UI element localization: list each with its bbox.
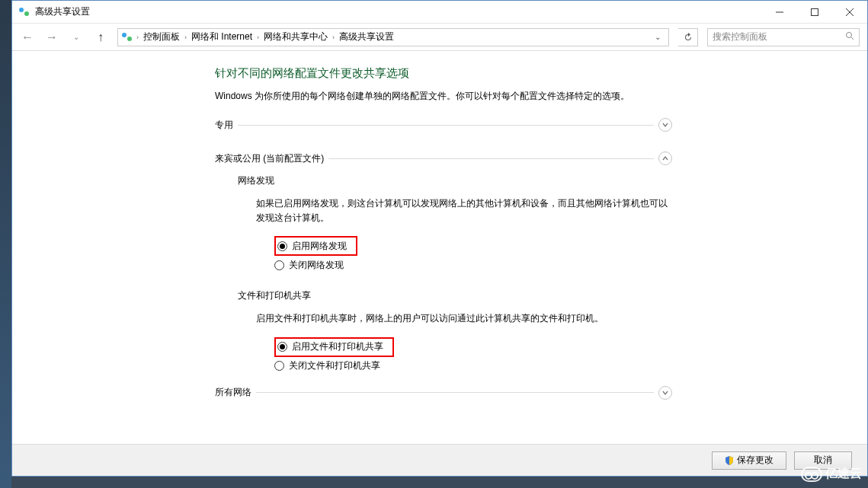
file-share-label: 文件和打印机共享 <box>238 289 672 302</box>
breadcrumb-separator: › <box>184 33 187 41</box>
window-title: 高级共享设置 <box>35 5 90 18</box>
watermark: 亿速云 <box>801 466 862 482</box>
search-placeholder: 搜索控制面板 <box>713 30 767 43</box>
save-button-label: 保存更改 <box>737 454 774 467</box>
page-title: 针对不同的网络配置文件更改共享选项 <box>215 66 672 81</box>
navigation-bar: ← → ⌄ ↑ › 控制面板 › 网络和 Internet › 网络和共享中心 … <box>12 24 867 51</box>
refresh-icon <box>684 33 693 42</box>
radio-icon <box>277 241 287 251</box>
breadcrumb-separator: › <box>257 33 259 41</box>
svg-line-9 <box>851 37 854 40</box>
file-share-desc: 启用文件和打印机共享时，网络上的用户可以访问通过此计算机共享的文件和打印机。 <box>256 311 672 326</box>
svg-point-7 <box>127 37 132 41</box>
breadcrumb-item[interactable]: 控制面板 <box>142 30 181 43</box>
section-guest-header[interactable]: 来宾或公用 (当前配置文件) <box>215 152 672 165</box>
section-label: 所有网络 <box>215 386 251 399</box>
radio-label: 启用网络发现 <box>292 240 347 253</box>
watermark-text: 亿速云 <box>825 466 862 482</box>
section-label: 来宾或公用 (当前配置文件) <box>215 152 324 165</box>
desktop-background-edge <box>0 0 11 488</box>
highlight-box: 启用文件和打印机共享 <box>274 337 394 357</box>
section-label: 专用 <box>215 119 233 132</box>
cancel-button-label: 取消 <box>814 454 832 467</box>
explorer-window: 高级共享设置 ← → ⌄ ↑ › 控制面板 › 网络和 I <box>11 0 868 477</box>
footer-bar: 保存更改 取消 <box>12 444 867 476</box>
save-button[interactable]: 保存更改 <box>712 451 786 470</box>
window-controls <box>762 1 867 24</box>
chevron-up-icon <box>658 152 672 165</box>
close-button[interactable] <box>832 1 867 24</box>
section-private-header[interactable]: 专用 <box>215 118 672 132</box>
minimize-button[interactable] <box>762 1 797 24</box>
shield-icon <box>725 456 734 465</box>
breadcrumb-item[interactable]: 高级共享设置 <box>338 30 396 43</box>
radio-icon <box>274 361 284 371</box>
breadcrumb-item[interactable]: 网络和 Internet <box>190 30 254 43</box>
content-area: 针对不同的网络配置文件更改共享选项 Windows 为你所使用的每个网络创建单独… <box>12 51 867 444</box>
breadcrumb-separator: › <box>332 33 335 41</box>
forward-button[interactable]: → <box>44 30 59 44</box>
radio-enable-network-discovery[interactable]: 启用网络发现 <box>277 238 347 254</box>
radio-icon <box>274 260 284 270</box>
search-input[interactable]: 搜索控制面板 <box>707 28 860 46</box>
svg-rect-3 <box>812 8 818 15</box>
section-all-header[interactable]: 所有网络 <box>215 386 672 400</box>
page-subtitle: Windows 为你所使用的每个网络创建单独的网络配置文件。你可以针对每个配置文… <box>215 90 672 103</box>
breadcrumb-separator: › <box>136 33 139 41</box>
network-sharing-icon <box>18 6 30 18</box>
radio-label: 关闭文件和打印机共享 <box>289 359 380 372</box>
radio-enable-file-share[interactable]: 启用文件和打印机共享 <box>277 340 383 355</box>
up-button[interactable]: ↑ <box>93 30 108 44</box>
chevron-down-icon <box>658 118 672 132</box>
refresh-button[interactable] <box>678 28 698 46</box>
address-bar[interactable]: › 控制面板 › 网络和 Internet › 网络和共享中心 › 高级共享设置… <box>117 28 669 46</box>
svg-point-6 <box>122 33 127 37</box>
radio-label: 关闭网络发现 <box>289 259 344 272</box>
network-discovery-label: 网络发现 <box>238 174 672 187</box>
svg-point-0 <box>19 8 24 12</box>
titlebar: 高级共享设置 <box>12 1 867 24</box>
highlight-box: 启用网络发现 <box>274 236 357 256</box>
breadcrumb-item[interactable]: 网络和共享中心 <box>262 30 329 43</box>
search-icon <box>845 31 854 43</box>
maximize-button[interactable] <box>797 1 832 24</box>
network-discovery-desc: 如果已启用网络发现，则这台计算机可以发现网络上的其他计算机和设备，而且其他网络计… <box>256 196 672 225</box>
network-sharing-icon <box>121 31 133 43</box>
radio-icon <box>277 342 287 352</box>
recent-dropdown[interactable]: ⌄ <box>69 33 84 41</box>
section-guest-body: 网络发现 如果已启用网络发现，则这台计算机可以发现网络上的其他计算机和设备，而且… <box>238 174 672 374</box>
svg-point-1 <box>24 11 29 16</box>
radio-label: 启用文件和打印机共享 <box>292 340 383 353</box>
address-dropdown[interactable]: ⌄ <box>650 33 665 41</box>
watermark-icon <box>801 467 822 482</box>
chevron-down-icon <box>658 386 672 400</box>
radio-disable-network-discovery[interactable]: 关闭网络发现 <box>274 257 672 273</box>
svg-point-8 <box>847 33 852 38</box>
back-button[interactable]: ← <box>20 30 35 44</box>
radio-disable-file-share[interactable]: 关闭文件和打印机共享 <box>274 359 672 374</box>
